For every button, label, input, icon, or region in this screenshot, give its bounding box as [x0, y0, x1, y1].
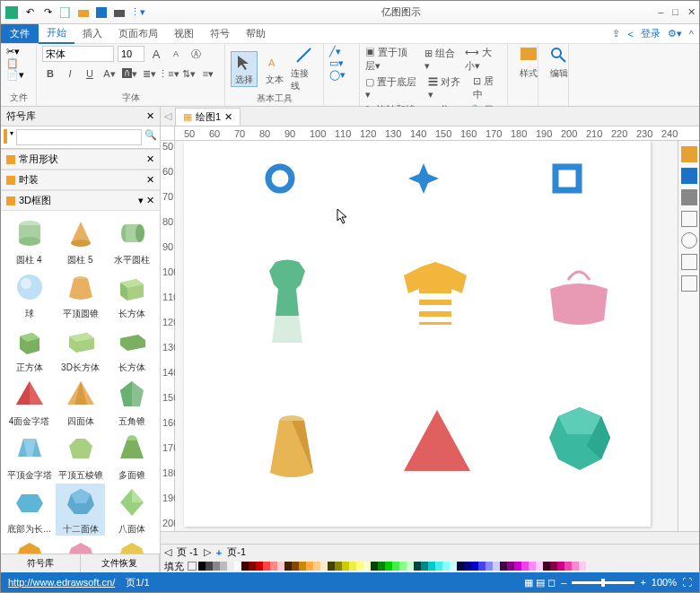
category-common[interactable]: 常用形状✕: [1, 149, 160, 170]
color-swatch[interactable]: [572, 562, 579, 571]
rt-comment-icon[interactable]: [681, 254, 697, 270]
color-swatch[interactable]: [313, 562, 320, 571]
color-swatch[interactable]: [399, 562, 407, 571]
color-swatch[interactable]: [320, 562, 328, 571]
zoom-slider[interactable]: [572, 581, 634, 584]
color-swatch[interactable]: [385, 562, 392, 571]
color-swatch[interactable]: [256, 562, 263, 571]
menu-help[interactable]: 帮助: [238, 24, 274, 43]
color-swatch[interactable]: [514, 562, 521, 571]
cut-icon[interactable]: ✂▾: [6, 46, 20, 57]
color-swatch[interactable]: [198, 562, 206, 571]
color-swatch[interactable]: [471, 562, 478, 571]
menu-file[interactable]: 文件: [1, 24, 39, 43]
shape-tshirt[interactable]: [399, 262, 471, 334]
align-text-icon[interactable]: ≡▾: [200, 65, 216, 82]
search-input[interactable]: [16, 129, 142, 145]
color-swatch[interactable]: [414, 562, 421, 571]
shape-dodecahedron[interactable]: [547, 406, 612, 473]
color-swatch[interactable]: [550, 562, 557, 571]
rt-cloud-icon[interactable]: [681, 232, 697, 249]
color-swatch[interactable]: [220, 562, 227, 571]
shape-cell[interactable]: 底部为长...: [4, 484, 54, 536]
color-swatch[interactable]: [536, 562, 543, 571]
minimize-button[interactable]: –: [658, 6, 663, 18]
group-button[interactable]: ⊞ 组合▾: [424, 47, 456, 72]
color-swatch[interactable]: [564, 562, 572, 571]
rt-help-icon[interactable]: [681, 275, 697, 292]
shape-star4[interactable]: [408, 163, 439, 194]
shape-cell[interactable]: 五角锥: [107, 376, 156, 428]
menu-page-layout[interactable]: 页面布局: [110, 24, 166, 43]
shape-cell[interactable]: 八面体: [107, 484, 156, 536]
shape-cell[interactable]: 平顶五棱锥: [56, 430, 105, 482]
menu-insert[interactable]: 插入: [74, 24, 110, 43]
size-button[interactable]: ⟷ 大小▾: [465, 46, 502, 73]
menu-symbol[interactable]: 符号: [202, 24, 238, 43]
clear-format-icon[interactable]: Ⓐ: [188, 46, 204, 62]
shape-cell[interactable]: 十二面体: [56, 484, 105, 536]
view-mode-icons[interactable]: ▦ ▤ ◻: [524, 577, 556, 589]
page-nav-right-icon[interactable]: ▷: [204, 546, 211, 558]
color-swatch[interactable]: [493, 562, 500, 571]
color-swatch[interactable]: [507, 562, 514, 571]
shape-cell[interactable]: 多面锥: [107, 430, 156, 482]
bold-button[interactable]: B: [42, 65, 58, 82]
color-swatch[interactable]: [342, 562, 349, 571]
settings-icon[interactable]: ⚙▾: [668, 28, 682, 39]
status-url[interactable]: http://www.edrawsoft.cn/: [8, 577, 115, 588]
color-swatch[interactable]: [306, 562, 313, 571]
rt-format-icon[interactable]: [681, 168, 697, 184]
color-swatch[interactable]: [284, 562, 292, 571]
color-swatch[interactable]: [349, 562, 356, 571]
open-icon[interactable]: [76, 5, 91, 20]
rt-history-icon[interactable]: [681, 211, 697, 227]
connector-tool[interactable]: 连接线: [291, 46, 318, 92]
shape-cell[interactable]: 二十面体: [4, 537, 54, 554]
shape-cone3d[interactable]: [265, 410, 319, 482]
shape-cell[interactable]: 水平圆柱: [107, 214, 156, 266]
shape-ring[interactable]: [265, 163, 295, 194]
decrease-font-icon[interactable]: A: [168, 46, 184, 62]
color-swatch[interactable]: [241, 562, 249, 571]
color-swatch[interactable]: [521, 562, 529, 571]
copy-icon[interactable]: 📋: [6, 57, 19, 69]
shape-cell[interactable]: 平顶金字塔: [4, 430, 54, 482]
color-swatch[interactable]: [234, 562, 241, 571]
find-button[interactable]: 编辑: [544, 46, 574, 80]
color-swatch[interactable]: [356, 562, 363, 571]
color-swatch[interactable]: [249, 562, 256, 571]
document-tab[interactable]: ▦绘图1✕: [175, 108, 241, 126]
color-swatch[interactable]: [428, 562, 435, 571]
color-swatch[interactable]: [421, 562, 428, 571]
shape-cell[interactable]: 圆柱 4: [4, 214, 54, 266]
color-swatch[interactable]: [213, 562, 220, 571]
highlight-icon[interactable]: 🅰▾: [121, 65, 137, 82]
search-icon[interactable]: 🔍: [144, 129, 157, 145]
bullets-icon[interactable]: ≣▾: [141, 65, 157, 82]
shape-cell[interactable]: 圆柱 5: [56, 214, 105, 266]
close-button[interactable]: ✕: [687, 6, 696, 18]
increase-font-icon[interactable]: A: [148, 46, 164, 62]
tabs-left-icon[interactable]: ◁: [164, 110, 171, 122]
color-swatch[interactable]: [270, 562, 277, 571]
spacing-icon[interactable]: ⇅▾: [180, 65, 197, 82]
shape-square-hollow[interactable]: [552, 163, 582, 194]
color-swatch[interactable]: [457, 562, 464, 571]
color-swatch[interactable]: [363, 562, 371, 571]
center-button[interactable]: ⊡ 居中: [473, 74, 502, 101]
color-swatch[interactable]: [450, 562, 457, 571]
horizontal-scrollbar[interactable]: [161, 531, 699, 544]
tab-recovery[interactable]: 文件恢复: [81, 554, 161, 572]
cloud-icon[interactable]: ⇪: [612, 28, 620, 39]
page-nav-left-icon[interactable]: ◁: [164, 546, 171, 558]
shape-dress[interactable]: [256, 257, 319, 347]
shape-cell[interactable]: 3D长方体: [56, 322, 105, 374]
zoom-value[interactable]: 100%: [652, 577, 677, 588]
login-link[interactable]: 登录: [641, 27, 661, 40]
font-family-select[interactable]: [42, 46, 114, 62]
rt-theme-icon[interactable]: [681, 146, 697, 162]
font-size-select[interactable]: [118, 46, 144, 62]
shape-cell[interactable]: 长方体: [107, 268, 156, 320]
color-swatch[interactable]: [328, 562, 335, 571]
